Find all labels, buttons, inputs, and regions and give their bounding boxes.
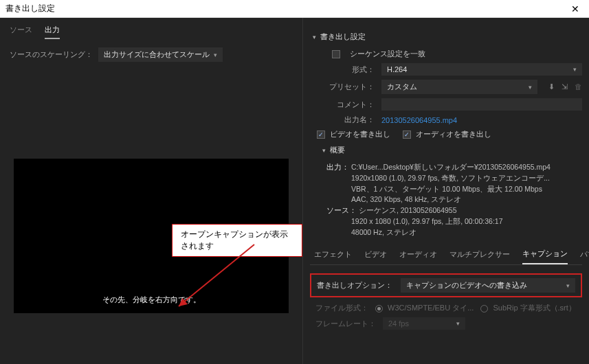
file-format-radio-srt [480, 305, 488, 312]
export-option-select[interactable]: キャプションのビデオへの書き込み ▾ [401, 278, 575, 293]
open-caption-text: その先、分岐を右方向です。 [14, 295, 289, 305]
chevron-down-icon: ▾ [456, 320, 460, 327]
export-settings-title: 書き出し設定 [320, 32, 366, 42]
preset-value: カスタム [387, 82, 417, 92]
output-name-link[interactable]: 20130526064955.mp4 [381, 116, 457, 124]
export-option-value: キャプションのビデオへの書き込み [406, 280, 527, 291]
tab-source[interactable]: ソース [10, 25, 32, 39]
summary-output-label: 出力： [326, 163, 349, 171]
summary-output-path: C:¥User...Desktop¥新しいフォルダー¥2013052606495… [351, 163, 551, 171]
scaling-value: 出力サイズに合わせてスケール [104, 49, 210, 60]
subtab-caption[interactable]: キャプション [522, 249, 568, 264]
comments-input[interactable] [381, 98, 582, 111]
file-format-opt2: SubRip 字幕形式（.srt） [493, 304, 575, 312]
import-preset-icon[interactable]: ⇲ [562, 82, 568, 91]
chevron-down-icon: ▾ [566, 282, 570, 289]
summary-output-line4: AAC, 320 Kbps, 48 kHz, ステレオ [351, 194, 582, 205]
format-label: 形式： [326, 65, 375, 75]
preset-select[interactable]: カスタム ▾ [381, 80, 537, 94]
file-format-radio-w3c [375, 305, 383, 312]
scaling-select[interactable]: 出力サイズに合わせてスケール ▾ [98, 47, 223, 62]
preset-label: プリセット： [326, 82, 375, 92]
save-preset-icon[interactable]: ⬇ [548, 82, 555, 91]
export-option-highlight: 書き出しオプション： キャプションのビデオへの書き込み ▾ [310, 273, 582, 297]
match-sequence-label: シーケンス設定を一致 [350, 49, 425, 59]
annotation-tooltip: オープンキャプションが表示されます [172, 224, 302, 257]
match-sequence-checkbox[interactable] [332, 50, 340, 58]
subtab-effects[interactable]: エフェクト [314, 249, 352, 264]
framerate-value: 24 fps [388, 319, 409, 328]
export-video-checkbox[interactable] [317, 130, 325, 139]
framerate-select: 24 fps ▾ [383, 317, 465, 330]
summary-source-line1: シーケンス, 20130526064955 [359, 206, 457, 214]
scaling-label: ソースのスケーリング： [10, 49, 93, 60]
export-video-label: ビデオを書き出し [330, 130, 390, 138]
output-name-label: 出力名： [326, 115, 375, 125]
subtab-audio[interactable]: オーディオ [399, 249, 437, 264]
chevron-down-icon: ▾ [214, 52, 217, 58]
close-icon[interactable]: ✕ [567, 3, 584, 14]
subtab-publish[interactable]: パブ [580, 249, 589, 264]
tab-output[interactable]: 出力 [45, 25, 60, 39]
chevron-down-icon[interactable]: ▾ [313, 34, 316, 41]
framerate-label: フレームレート： [315, 319, 376, 329]
export-option-label: 書き出しオプション： [317, 280, 392, 291]
chevron-down-icon: ▾ [573, 66, 577, 73]
format-value: H.264 [387, 65, 407, 73]
file-format-label: ファイル形式： [315, 303, 368, 313]
export-audio-label: オーディオを書き出し [416, 130, 491, 138]
delete-preset-icon[interactable]: 🗑 [575, 82, 582, 91]
file-format-opt1: W3C/SMPTE/EBU タイ... [388, 304, 474, 312]
format-select[interactable]: H.264 ▾ [381, 63, 582, 76]
summary-source-line3: 48000 Hz, ステレオ [351, 227, 582, 238]
summary-output-line2: 1920x1080 (1.0), 29.97 fps, 奇数, ソフトウェアエン… [351, 173, 582, 184]
subtab-mux[interactable]: マルチプレクサー [449, 249, 510, 264]
chevron-down-icon[interactable]: ▾ [322, 147, 326, 154]
window-title: 書き出し設定 [5, 3, 55, 14]
export-audio-checkbox[interactable] [403, 130, 411, 139]
summary-source-label: ソース： [326, 206, 357, 214]
summary-output-line3: VBR、1 パス、ターゲット 10.00 Mbps、最大 12.00 Mbps [351, 184, 582, 195]
subtab-video[interactable]: ビデオ [364, 249, 387, 264]
summary-source-line2: 1920 x 1080 (1.0), 29.97 fps, 上部, 00:00:… [351, 216, 582, 227]
summary-title: 概要 [330, 145, 345, 155]
chevron-down-icon: ▾ [529, 84, 532, 91]
comments-label: コメント： [326, 100, 375, 110]
